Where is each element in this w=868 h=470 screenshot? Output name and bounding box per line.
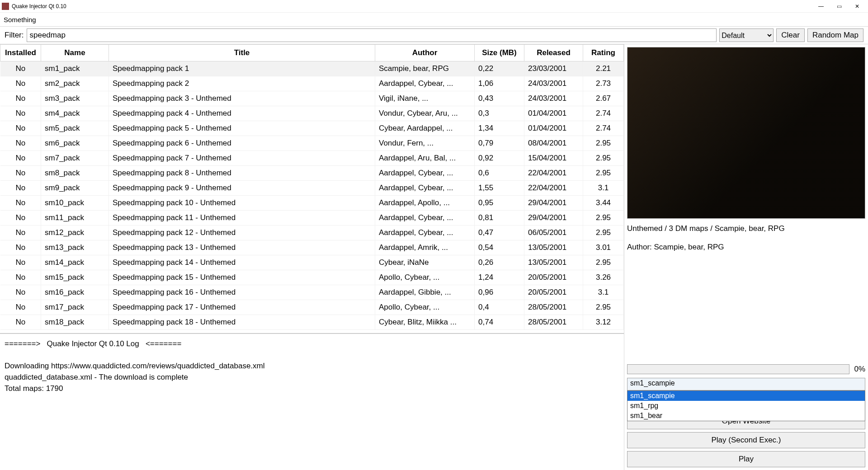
cell-size: 1,55 xyxy=(475,181,524,196)
cell-released: 01/04/2001 xyxy=(524,121,583,136)
map-select-wrap: sm1_scampie sm1_scampiesm1_rpgsm1_bear xyxy=(627,378,865,390)
cell-rating: 3.1 xyxy=(583,285,624,300)
maximize-button[interactable]: ▭ xyxy=(830,1,848,12)
cell-rating: 2.95 xyxy=(583,211,624,226)
cell-size: 0,3 xyxy=(475,106,524,121)
cell-title: Speedmapping pack 11 - Unthemed xyxy=(109,211,375,226)
table-row[interactable]: Nosm13_packSpeedmapping pack 13 - Unthem… xyxy=(0,240,624,255)
col-title[interactable]: Title xyxy=(109,45,375,61)
cell-installed: No xyxy=(0,300,41,315)
col-size[interactable]: Size (MB) xyxy=(475,45,524,61)
cell-author: Aardappel, Gibbie, ... xyxy=(375,285,475,300)
cell-name: sm14_pack xyxy=(41,255,109,270)
detail-panel: Unthemed / 3 DM maps / Scampie, bear, RP… xyxy=(624,44,868,470)
close-button[interactable]: ✕ xyxy=(848,1,866,12)
minimize-button[interactable]: — xyxy=(812,1,830,12)
cell-title: Speedmapping pack 6 - Unthemed xyxy=(109,136,375,151)
cell-size: 0,81 xyxy=(475,211,524,226)
map-description: Unthemed / 3 DM maps / Scampie, bear, RP… xyxy=(627,222,865,361)
table-row[interactable]: Nosm1_packSpeedmapping pack 1Scampie, be… xyxy=(0,61,624,76)
cell-size: 0,92 xyxy=(475,151,524,166)
cell-name: sm13_pack xyxy=(41,240,109,255)
cell-installed: No xyxy=(0,76,41,91)
table-row[interactable]: Nosm4_packSpeedmapping pack 4 - Unthemed… xyxy=(0,106,624,121)
toolbar: Filter: Default Clear Random Map xyxy=(0,26,868,44)
cell-name: sm8_pack xyxy=(41,166,109,181)
play-button[interactable]: Play xyxy=(627,451,865,467)
cell-released: 13/05/2001 xyxy=(524,255,583,270)
table-row[interactable]: Nosm5_packSpeedmapping pack 5 - Unthemed… xyxy=(0,121,624,136)
cell-name: sm16_pack xyxy=(41,285,109,300)
cell-installed: No xyxy=(0,91,41,106)
cell-title: Speedmapping pack 7 - Unthemed xyxy=(109,151,375,166)
cell-author: Aardappel, Cybear, ... xyxy=(375,226,475,240)
col-name[interactable]: Name xyxy=(41,45,109,61)
table-row[interactable]: Nosm18_packSpeedmapping pack 18 - Unthem… xyxy=(0,315,624,330)
table-row[interactable]: Nosm10_packSpeedmapping pack 10 - Unthem… xyxy=(0,196,624,211)
table-row[interactable]: Nosm14_packSpeedmapping pack 14 - Unthem… xyxy=(0,255,624,270)
col-installed[interactable]: Installed xyxy=(0,45,41,61)
cell-name: sm7_pack xyxy=(41,151,109,166)
filter-input[interactable] xyxy=(27,28,717,42)
cell-installed: No xyxy=(0,196,41,211)
cell-name: sm17_pack xyxy=(41,300,109,315)
cell-name: sm18_pack xyxy=(41,315,109,330)
table-row[interactable]: Nosm11_packSpeedmapping pack 11 - Unthem… xyxy=(0,211,624,226)
random-map-button[interactable]: Random Map xyxy=(807,28,863,42)
cell-title: Speedmapping pack 9 - Unthemed xyxy=(109,181,375,196)
cell-installed: No xyxy=(0,285,41,300)
cell-size: 0,26 xyxy=(475,255,524,270)
cell-installed: No xyxy=(0,315,41,330)
clear-button[interactable]: Clear xyxy=(776,28,805,42)
table-row[interactable]: Nosm15_packSpeedmapping pack 15 - Unthem… xyxy=(0,270,624,285)
menubar: Something xyxy=(0,13,868,26)
cell-name: sm3_pack xyxy=(41,91,109,106)
col-author[interactable]: Author xyxy=(375,45,475,61)
window-title: Quake Injector Qt 0.10 xyxy=(12,3,66,9)
cell-author: Scampie, bear, RPG xyxy=(375,61,475,76)
table-row[interactable]: Nosm2_packSpeedmapping pack 2Aardappel, … xyxy=(0,76,624,91)
maps-table-wrap[interactable]: Installed Name Title Author Size (MB) Re… xyxy=(0,44,624,334)
cell-author: Aardappel, Cybear, ... xyxy=(375,181,475,196)
cell-rating: 2.74 xyxy=(583,121,624,136)
filter-label: Filter: xyxy=(5,31,24,40)
menu-something[interactable]: Something xyxy=(4,16,36,24)
table-row[interactable]: Nosm6_packSpeedmapping pack 6 - Unthemed… xyxy=(0,136,624,151)
col-rating[interactable]: Rating xyxy=(583,45,624,61)
table-row[interactable]: Nosm8_packSpeedmapping pack 8 - Unthemed… xyxy=(0,166,624,181)
log-panel: =======> Quake Injector Qt 0.10 Log <===… xyxy=(0,334,624,470)
map-select-option[interactable]: sm1_rpg xyxy=(627,401,865,411)
sort-select[interactable]: Default xyxy=(719,28,774,42)
maps-table: Installed Name Title Author Size (MB) Re… xyxy=(0,44,624,330)
col-released[interactable]: Released xyxy=(524,45,583,61)
cell-size: 0,95 xyxy=(475,196,524,211)
table-row[interactable]: Nosm12_packSpeedmapping pack 12 - Unthem… xyxy=(0,226,624,240)
cell-released: 28/05/2001 xyxy=(524,300,583,315)
cell-installed: No xyxy=(0,270,41,285)
cell-released: 13/05/2001 xyxy=(524,240,583,255)
cell-title: Speedmapping pack 5 - Unthemed xyxy=(109,121,375,136)
cell-title: Speedmapping pack 10 - Unthemed xyxy=(109,196,375,211)
cell-released: 20/05/2001 xyxy=(524,285,583,300)
table-row[interactable]: Nosm7_packSpeedmapping pack 7 - Unthemed… xyxy=(0,151,624,166)
cell-released: 15/04/2001 xyxy=(524,151,583,166)
table-row[interactable]: Nosm17_packSpeedmapping pack 17 - Unthem… xyxy=(0,300,624,315)
map-select-dropdown[interactable]: sm1_scampiesm1_rpgsm1_bear xyxy=(627,390,865,421)
cell-released: 22/04/2001 xyxy=(524,181,583,196)
download-progressbar xyxy=(627,364,849,374)
cell-rating: 2.95 xyxy=(583,226,624,240)
cell-installed: No xyxy=(0,151,41,166)
map-select-option[interactable]: sm1_scampie xyxy=(627,391,865,401)
map-select-option[interactable]: sm1_bear xyxy=(627,411,865,421)
table-row[interactable]: Nosm16_packSpeedmapping pack 16 - Unthem… xyxy=(0,285,624,300)
cell-released: 29/04/2001 xyxy=(524,211,583,226)
cell-title: Speedmapping pack 15 - Unthemed xyxy=(109,270,375,285)
cell-rating: 2.21 xyxy=(583,61,624,76)
cell-size: 0,47 xyxy=(475,226,524,240)
cell-author: Apollo, Cybear, ... xyxy=(375,270,475,285)
table-row[interactable]: Nosm3_packSpeedmapping pack 3 - Unthemed… xyxy=(0,91,624,106)
map-select[interactable]: sm1_scampie xyxy=(627,378,865,390)
cell-author: Aardappel, Amrik, ... xyxy=(375,240,475,255)
table-row[interactable]: Nosm9_packSpeedmapping pack 9 - Unthemed… xyxy=(0,181,624,196)
play-second-exec-button[interactable]: Play (Second Exec.) xyxy=(627,432,865,448)
